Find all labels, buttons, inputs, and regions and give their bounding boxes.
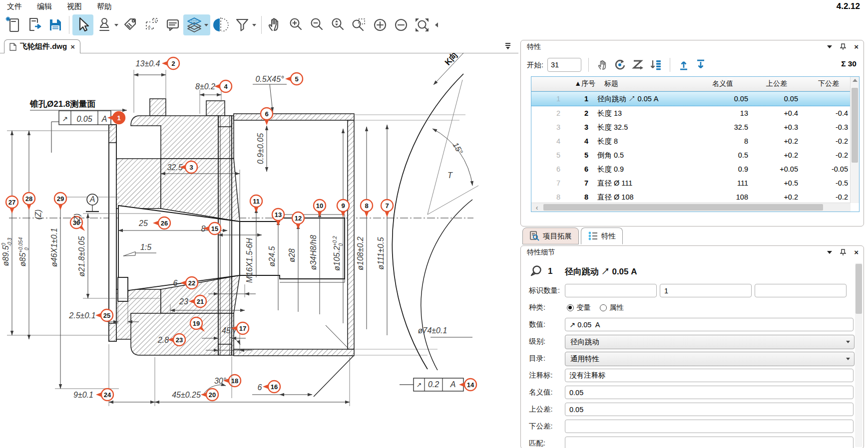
tab-close-icon[interactable]: × (70, 42, 75, 51)
layers-tool-button[interactable] (183, 14, 210, 35)
menu-file[interactable]: 文件 (7, 2, 22, 11)
panel-collapse-icon[interactable] (827, 45, 832, 48)
scroll-to-top-icon[interactable] (677, 58, 690, 71)
zoom-out-tool-button[interactable] (307, 14, 328, 35)
details-scrollbar[interactable] (855, 263, 863, 447)
dim-d85[interactable]: ø85+0.0540 (Z) 28 (18, 131, 42, 339)
dim-d74[interactable]: ø74±0.1 (418, 326, 472, 337)
table-row[interactable]: 88直径 Ø 108108+0.2-0.2 (531, 190, 859, 204)
zoom-extents-tool-button[interactable] (328, 14, 349, 35)
radio-variable[interactable] (567, 304, 574, 311)
menu-edit[interactable]: 编辑 (37, 2, 52, 11)
table-header[interactable]: ▲序号 标题 名义值 上公差 下公差 (531, 77, 859, 91)
decrease-button[interactable] (391, 14, 412, 35)
catalog-select[interactable]: 通用特性 (565, 352, 855, 366)
zoom-in-tool-button[interactable] (286, 14, 307, 35)
tab-flywheel-dwg[interactable]: 飞轮组件.dwg × (4, 39, 80, 53)
comment-tool-button[interactable] (162, 14, 183, 35)
pan-tool-button[interactable] (265, 14, 286, 35)
dim-6b[interactable]: 6 16 (252, 381, 312, 395)
zoom-fit-tool-button[interactable] (412, 14, 433, 35)
kind-label: 种类: (529, 301, 545, 314)
total-count: Σ 30 (841, 59, 857, 68)
table-row[interactable]: 33长度 32.532.5+0.3-0.3 (531, 120, 859, 134)
open-file-button[interactable] (24, 14, 45, 35)
document-tabbar: 飞轮组件.dwg × (0, 39, 518, 53)
scroll-to-bottom-icon[interactable] (694, 58, 707, 71)
pin-icon[interactable] (840, 43, 846, 50)
col-upper: 上公差 (764, 79, 816, 88)
sort-list-icon[interactable] (649, 58, 663, 71)
id-qty-input-1[interactable] (565, 284, 657, 297)
tag-tool-button[interactable] (120, 14, 141, 35)
annotation-input[interactable] (565, 369, 854, 382)
upper-tol-input[interactable] (565, 403, 854, 416)
scroll-up-icon[interactable] (853, 79, 858, 82)
dim-45tol[interactable]: 45±0.25 20 (155, 356, 350, 406)
table-vertical-scrollbar[interactable] (850, 77, 859, 203)
table-row[interactable]: 66长度 0.90.9+0.05-0.05 (531, 162, 859, 176)
lower-tol-input[interactable] (565, 420, 854, 433)
table-row[interactable]: 55倒角 0.50.5+0.2-0.2 (531, 148, 859, 162)
properties-panel-title: 特性 (527, 42, 541, 51)
fcf-runout-02[interactable]: ↗ 0.2 A (400, 378, 463, 391)
table-horizontal-scrollbar[interactable]: ‹ (531, 203, 851, 212)
svg-text:23: 23 (179, 297, 188, 306)
table-row[interactable]: 11径向跳动 ↗ 0.05 A0.050.05 (531, 91, 859, 106)
svg-text:32.5: 32.5 (167, 163, 182, 172)
id-qty-input-3[interactable] (755, 284, 847, 297)
svg-text:↗: ↗ (417, 381, 422, 389)
pin-icon[interactable] (840, 249, 846, 256)
refresh-icon[interactable] (613, 58, 627, 71)
pick-hand-icon[interactable] (596, 58, 609, 71)
svg-text:(Z): (Z) (34, 210, 42, 220)
svg-text:28: 28 (25, 195, 32, 203)
table-row[interactable]: 77直径 Ø 111111+0.5-0.5 (531, 176, 859, 190)
select-tool-button[interactable] (72, 14, 93, 35)
svg-text:↗: ↗ (62, 115, 68, 123)
start-input[interactable] (547, 58, 581, 72)
nominal-input[interactable] (565, 386, 854, 399)
tab-list-icon[interactable] (504, 42, 511, 49)
properties-panel: 特性 × 开始: Σ 30 ▲序号 标题 名义值 上公差 (520, 40, 864, 226)
dim-d111[interactable]: ø111±0.5 7 (377, 125, 393, 335)
drawing-canvas[interactable]: 锥孔Ø21.8测量面 ↗ 0.05 A 1 13±0.4 2 (0, 53, 519, 448)
stamp-tool-button[interactable] (93, 14, 120, 35)
increase-button[interactable] (370, 14, 391, 35)
fcf-runout-005[interactable]: ↗ 0.05 A (51, 111, 111, 153)
table-row[interactable]: 44长度 88+0.2-0.2 (531, 134, 859, 148)
scroll-left-icon[interactable]: ‹ (531, 204, 542, 212)
tab-project-expand[interactable]: 项目拓展 (522, 227, 579, 244)
region-capture-tool-button[interactable]: A1 (141, 14, 162, 35)
radio-attribute[interactable] (600, 304, 607, 311)
note-label: 锥孔Ø21.8测量面 (29, 99, 95, 109)
stamp-dropdown-caret[interactable] (114, 24, 118, 26)
dim-chamfer05[interactable]: 0.5X45° 5 (253, 73, 303, 112)
class-select[interactable]: 径向跳动 (565, 335, 855, 349)
toolbar-overflow-button[interactable] (433, 14, 440, 35)
svg-text:3: 3 (189, 164, 193, 171)
filter-dropdown-caret[interactable] (252, 24, 256, 26)
id-qty-input-2[interactable] (660, 284, 752, 297)
menu-view[interactable]: 视图 (67, 2, 82, 11)
layers-dropdown-caret[interactable] (204, 24, 208, 26)
toolbar-separator (261, 16, 262, 34)
match-input[interactable] (565, 437, 854, 448)
tab-properties[interactable]: 特性 (581, 227, 623, 244)
svg-text:2: 2 (171, 60, 175, 67)
table-row[interactable]: 22长度 1313+0.4-0.4 (531, 106, 859, 120)
value-input[interactable] (565, 318, 854, 331)
panel-close-icon[interactable]: × (854, 44, 859, 50)
mirror-view-tool-button[interactable] (210, 14, 231, 35)
panel-close-icon[interactable]: × (854, 249, 859, 255)
zoom-window-tool-button[interactable] (349, 14, 370, 35)
renumber-z-icon[interactable] (631, 58, 645, 71)
details-panel: 特性细节 × 1 径向跳动 ↗ 0.05 A 标识数量: 种类: 变量 属性 数… (520, 245, 864, 448)
panel-collapse-icon[interactable] (827, 251, 832, 254)
new-file-button[interactable] (3, 14, 24, 35)
menu-help[interactable]: 帮助 (97, 2, 112, 11)
dim-d108[interactable]: ø108±0.2 8 (356, 127, 373, 329)
save-button[interactable] (45, 14, 66, 35)
filter-tool-button[interactable] (231, 14, 258, 35)
svg-text:27: 27 (8, 199, 15, 206)
